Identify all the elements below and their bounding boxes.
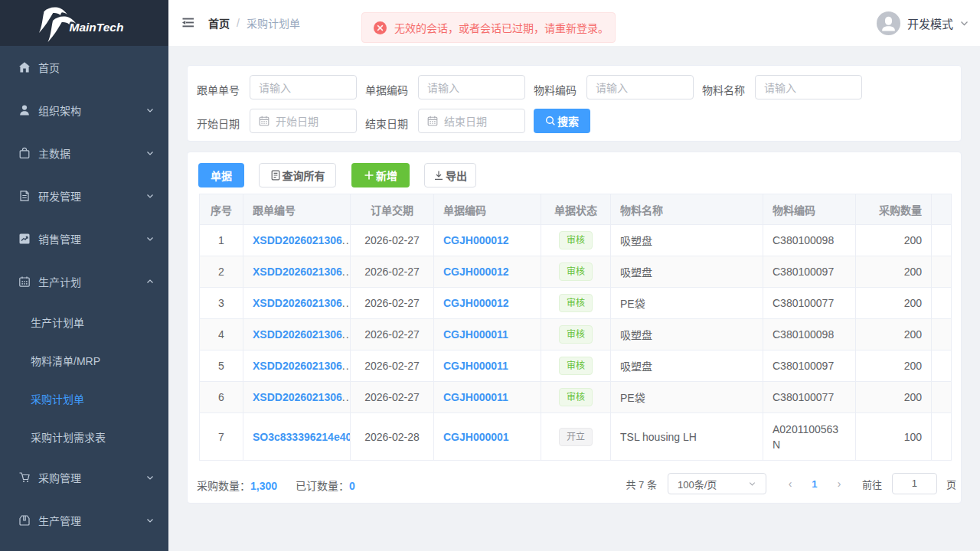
- svg-text:MainTech: MainTech: [70, 21, 124, 34]
